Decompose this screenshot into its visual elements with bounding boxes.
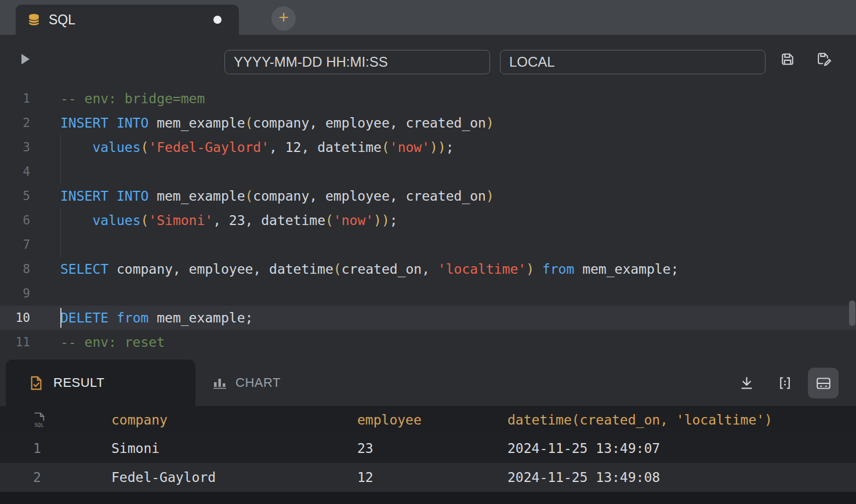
code-line[interactable]: 2INSERT INTO mem_example(company, employ… — [0, 111, 856, 135]
tab-chart-label: CHART — [235, 375, 281, 390]
line-number: 5 — [0, 184, 30, 208]
sql-file-icon: SQL — [31, 412, 47, 429]
result-table: SQL companyemployeedatetime(created_on, … — [0, 406, 856, 504]
row-index: 1 — [0, 441, 111, 456]
line-number: 7 — [0, 233, 30, 257]
result-footer — [0, 492, 856, 504]
result-file-icon — [29, 375, 43, 391]
date-format-input[interactable] — [224, 50, 490, 74]
unsaved-indicator-dot — [213, 16, 222, 24]
plus-icon: + — [278, 9, 289, 26]
table-cell: 23 — [357, 441, 507, 456]
line-number: 8 — [0, 257, 30, 281]
result-rows: 1Simoni232024-11-25 13:49:072Fedel-Gaylo… — [0, 434, 856, 492]
code-line[interactable]: 6 values('Simoni', 23, datetime('now')); — [0, 208, 856, 233]
column-header[interactable]: company — [111, 412, 357, 427]
timezone-input[interactable] — [500, 50, 766, 74]
row-index: 2 — [0, 470, 111, 485]
result-header: SQL companyemployeedatetime(created_on, … — [0, 406, 856, 434]
download-results-button[interactable] — [739, 375, 755, 393]
save-button[interactable] — [779, 51, 796, 69]
svg-text:SQL: SQL — [34, 422, 43, 427]
code-lines: 1-- env: bridge=mem2INSERT INTO mem_exam… — [0, 86, 856, 354]
line-number: 10 — [0, 306, 30, 330]
code-line[interactable]: 8SELECT company, employee, datetime(crea… — [0, 257, 856, 281]
editor-toolbar — [0, 35, 856, 84]
code-text: INSERT INTO mem_example(company, employe… — [30, 184, 856, 208]
tab-result-label: RESULT — [53, 375, 104, 390]
line-number: 4 — [0, 159, 30, 184]
header-icon-cell: SQL — [0, 412, 111, 429]
code-text: DELETE from mem_example; — [30, 306, 856, 330]
expand-results-button[interactable] — [777, 375, 793, 393]
table-cell: Simoni — [111, 441, 357, 456]
line-number: 6 — [0, 208, 30, 233]
tab-chart[interactable]: CHART — [213, 360, 281, 406]
code-line[interactable]: 3 values('Fedel-Gaylord', 12, datetime('… — [0, 135, 856, 159]
code-text — [30, 233, 856, 257]
column-header[interactable]: datetime(created_on, 'localtime') — [507, 412, 856, 427]
code-line[interactable]: 4 — [0, 159, 856, 184]
sql-editor-app: SQL + — [0, 0, 856, 504]
line-number: 9 — [0, 281, 30, 306]
code-line[interactable]: 9 — [0, 281, 856, 306]
save-as-button[interactable] — [815, 50, 833, 70]
table-cell: 2024-11-25 13:49:07 — [507, 441, 856, 456]
code-text: INSERT INTO mem_example(company, employe… — [30, 111, 856, 135]
tab-sql[interactable]: SQL — [16, 5, 239, 35]
chart-bars-icon — [213, 376, 227, 389]
new-tab-button[interactable]: + — [271, 6, 296, 31]
result-tab-bar: RESULT CHART — [0, 360, 856, 406]
focus-brackets-icon — [777, 375, 793, 391]
table-row[interactable]: 1Simoni232024-11-25 13:49:07 — [0, 434, 856, 463]
code-text: values('Simoni', 23, datetime('now')); — [30, 208, 856, 233]
download-icon — [739, 375, 755, 391]
code-text — [30, 159, 856, 184]
line-number: 11 — [0, 330, 30, 354]
result-panel: RESULT CHART — [0, 360, 856, 504]
table-view-button[interactable] — [808, 368, 839, 398]
save-edit-icon — [815, 50, 833, 68]
tab-sql-label: SQL — [49, 12, 75, 28]
column-header[interactable]: employee — [357, 412, 507, 427]
code-text — [30, 281, 856, 306]
database-icon — [27, 13, 41, 27]
sql-editor[interactable]: 1-- env: bridge=mem2INSERT INTO mem_exam… — [0, 84, 856, 360]
window-tab-bar: SQL + — [0, 0, 856, 35]
code-line[interactable]: 10DELETE from mem_example; — [0, 306, 856, 330]
editor-scrollbar[interactable] — [849, 300, 855, 326]
code-text: -- env: bridge=mem — [30, 86, 856, 111]
line-number: 2 — [0, 111, 30, 135]
table-row[interactable]: 2Fedel-Gaylord122024-11-25 13:49:08 — [0, 463, 856, 492]
table-cell: 2024-11-25 13:49:08 — [507, 470, 856, 485]
code-line[interactable]: 5INSERT INTO mem_example(company, employ… — [0, 184, 856, 208]
code-line[interactable]: 11-- env: reset — [0, 330, 856, 354]
save-icon — [779, 51, 796, 67]
run-icon — [20, 52, 31, 66]
line-number: 3 — [0, 135, 30, 159]
code-text: SELECT company, employee, datetime(creat… — [30, 257, 856, 281]
table-cell: Fedel-Gaylord — [111, 470, 357, 485]
run-button[interactable] — [20, 52, 31, 68]
code-text: values('Fedel-Gaylord', 12, datetime('no… — [30, 135, 856, 159]
line-number: 1 — [0, 86, 30, 111]
tab-result[interactable]: RESULT — [6, 360, 195, 406]
code-line[interactable]: 7 — [0, 233, 856, 257]
table-view-icon — [815, 376, 832, 391]
code-line[interactable]: 1-- env: bridge=mem — [0, 86, 856, 111]
table-cell: 12 — [357, 470, 507, 485]
code-text: -- env: reset — [30, 330, 856, 354]
